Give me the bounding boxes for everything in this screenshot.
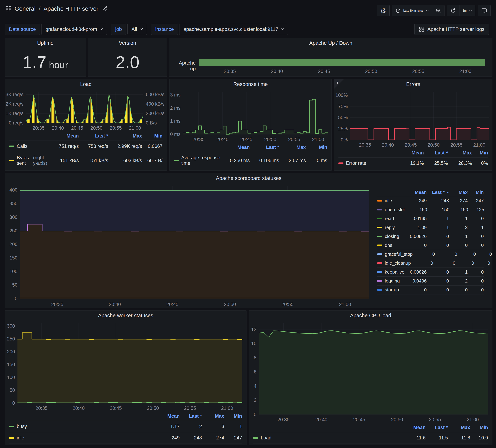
legend-row[interactable]: idle249248274247: [9, 432, 242, 444]
panel-title[interactable]: Uptime: [5, 38, 86, 48]
errors-chart[interactable]: 20:3520:4020:4520:5020:5521:000%25%50%75…: [334, 89, 492, 148]
legend-value: 25.5%: [424, 160, 448, 166]
legend-row[interactable]: Load11.611.511.810.9: [253, 432, 488, 444]
scoreboard-chart[interactable]: 20:3520:4020:4520:5020:5521:000501001502…: [5, 183, 373, 308]
dashboards-grid-icon[interactable]: [5, 5, 12, 12]
svg-text:20:55: 20:55: [450, 142, 463, 148]
dashboard-link-icon: [419, 26, 425, 32]
load-chart[interactable]: 20:3520:4020:4520:5020:5521:000 req/s1K …: [5, 89, 167, 131]
legend-value: 2.99K req/s: [108, 144, 142, 149]
legend-column-header[interactable]: Last *: [424, 150, 448, 156]
legend-column-header[interactable]: Max: [448, 425, 470, 430]
legend-column-header[interactable]: Mean: [403, 425, 426, 430]
series-color-chip: [377, 244, 382, 246]
legend-column-header[interactable]: Min: [470, 425, 488, 430]
legend-column-header[interactable]: Last *: [426, 425, 448, 430]
legend-column-header[interactable]: Max: [279, 145, 306, 150]
legend-header: MeanLast *MaxMin: [253, 423, 488, 432]
panel-title[interactable]: Apache scoreboard statuses: [5, 173, 492, 183]
legend-row[interactable]: closing0.00826010: [377, 232, 484, 241]
series-color-chip: [174, 160, 179, 161]
svg-text:20:35: 20:35: [51, 302, 63, 307]
legend-row[interactable]: logging0.0496020: [377, 276, 484, 285]
panel-title[interactable]: Load: [5, 79, 167, 89]
legend-column-header[interactable]: Last *: [79, 133, 108, 139]
svg-text:20:45: 20:45: [71, 125, 83, 131]
legend-row[interactable]: dns0000: [377, 241, 484, 250]
legend-column-header[interactable]: Last *: [180, 413, 202, 419]
legend-value: 0: [449, 242, 468, 248]
legend-row[interactable]: keepalive0.00826010: [377, 268, 484, 276]
breadcrumb-section[interactable]: General: [15, 5, 35, 12]
apache-logs-link-button[interactable]: Apache HTTP server logs: [414, 24, 489, 35]
svg-text:75%: 75%: [338, 104, 348, 109]
svg-text:400: 400: [9, 187, 17, 192]
legend-row[interactable]: reply1.09131: [377, 223, 484, 232]
datasource-variable-select[interactable]: grafanacloud-k3d-prom: [41, 24, 107, 35]
legend-value: 0 ms: [306, 158, 327, 163]
legend-column-header[interactable]: Max: [448, 150, 472, 156]
panel-title[interactable]: Response time: [170, 79, 331, 89]
zoom-out-button[interactable]: [432, 5, 444, 16]
legend-value: 247: [224, 435, 242, 441]
legend-row[interactable]: startup0000: [377, 285, 484, 294]
legend-column-header[interactable]: Max: [202, 413, 224, 419]
time-range-picker[interactable]: Last 30 minutes: [392, 5, 432, 16]
updown-series-label: Apache up: [175, 60, 196, 72]
legend-row[interactable]: read0.0165110: [377, 214, 484, 223]
instance-variable-select[interactable]: apache.sample-apps.svc.cluster.local:911…: [179, 24, 288, 35]
legend-column-header[interactable]: Last *: [427, 190, 449, 195]
legend-column-header[interactable]: Min: [142, 133, 163, 139]
share-icon[interactable]: [102, 6, 108, 12]
legend-value: 125: [468, 207, 484, 212]
panel-info-corner[interactable]: [334, 79, 344, 89]
apache-updown-panel: Apache Up / Down Apache up 20:3520:4020:…: [169, 38, 493, 77]
legend-row[interactable]: Average response time0.250 ms0.106 ms2.6…: [174, 152, 327, 169]
legend-row[interactable]: idle_cleanup0000: [377, 259, 484, 268]
series-name: Load: [261, 435, 271, 441]
svg-text:12: 12: [251, 327, 256, 332]
legend-column-header[interactable]: Last *: [250, 145, 279, 150]
svg-text:1 ms: 1 ms: [170, 118, 181, 124]
response-time-chart[interactable]: 20:3520:4020:4520:5020:5521:000 ms1 ms2 …: [170, 89, 331, 143]
legend-value: 0: [468, 287, 484, 293]
svg-text:350: 350: [9, 201, 17, 206]
refresh-interval-picker[interactable]: 1m: [459, 5, 475, 16]
legend-column-header[interactable]: Min: [468, 190, 484, 195]
refresh-button[interactable]: [447, 5, 459, 16]
svg-text:20:50: 20:50: [428, 142, 440, 148]
panel-title[interactable]: Apache Up / Down: [169, 38, 492, 48]
legend-column-header[interactable]: Mean: [157, 413, 180, 419]
panel-title[interactable]: Apache CPU load: [249, 310, 492, 320]
series-color-chip: [9, 437, 14, 439]
legend-row[interactable]: open_slot150150150125: [377, 205, 484, 214]
legend-column-header[interactable]: Max: [449, 190, 468, 195]
legend-row[interactable]: Calls751 req/s753 req/s2.99K req/s0.0667: [9, 141, 163, 152]
legend-column-header[interactable]: Mean: [404, 190, 427, 195]
legend-row[interactable]: Bytes sent(right y-axis)151 kB/s151 kB/s…: [9, 152, 163, 169]
kiosk-mode-button[interactable]: [478, 5, 491, 16]
legend-column-header[interactable]: Mean: [49, 133, 79, 139]
legend-row[interactable]: idle249248274247: [377, 196, 484, 205]
apache-up-status-bar[interactable]: [199, 59, 485, 66]
legend-column-header[interactable]: Mean: [220, 145, 250, 150]
legend-column-header[interactable]: Min: [306, 145, 327, 150]
legend-column-header[interactable]: Mean: [400, 150, 424, 156]
legend-value: 0: [468, 269, 484, 275]
worker-statuses-chart[interactable]: 20:3520:4020:4520:5020:5521:000501001502…: [5, 320, 246, 412]
legend-row[interactable]: busy1.17231: [9, 421, 242, 432]
svg-text:0: 0: [12, 400, 15, 406]
cpu-load-chart[interactable]: 20:3520:4020:4520:5020:5521:00024681012: [249, 320, 492, 423]
legend-column-header[interactable]: Min: [472, 150, 488, 156]
toolbar-actions: ⚙ Last 30 minutes 1m: [377, 5, 491, 16]
panel-title[interactable]: Version: [88, 38, 167, 48]
legend-column-header[interactable]: Min: [224, 413, 242, 419]
dashboard-settings-button[interactable]: ⚙: [377, 5, 390, 16]
job-variable-select[interactable]: All: [127, 24, 147, 35]
legend-row[interactable]: graceful_stop0000: [377, 250, 484, 259]
legend-column-header[interactable]: Max: [108, 133, 142, 139]
panel-title[interactable]: Apache worker statuses: [5, 310, 246, 320]
uptime-stat: 1.7 hour: [23, 52, 68, 72]
legend-row[interactable]: Error rate19.1%25.5%28.3%0%: [339, 158, 488, 169]
panel-title[interactable]: Errors: [334, 79, 492, 89]
